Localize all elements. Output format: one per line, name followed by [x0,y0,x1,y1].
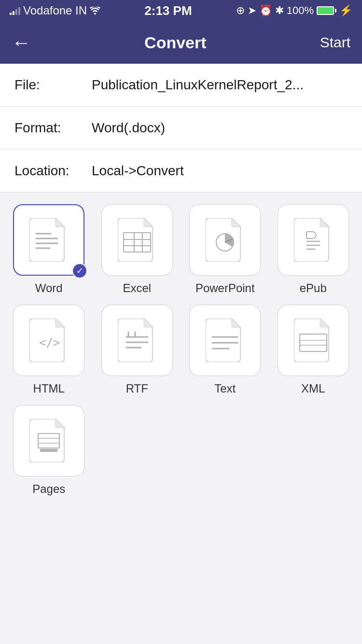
format-item-epub[interactable]: ePub [274,204,353,295]
alarm-icon: ⏰ [259,4,272,17]
format-row: Format: Word(.docx) [0,107,362,150]
svg-text:</>: </> [39,336,60,350]
selected-checkmark: ✓ [72,263,87,279]
format-name-powerpoint: PowerPoint [195,281,255,295]
format-name-excel: Excel [123,281,151,295]
format-item-html[interactable]: </> HTML [10,305,88,395]
format-name-xml: XML [301,382,325,395]
lock-icon: ⊕ [236,4,245,17]
status-time: 2:13 PM [144,3,192,18]
back-button[interactable]: ← [12,32,31,54]
bluetooth-icon: ✱ [275,4,284,17]
status-right: ⊕ ➤ ⏰ ✱ 100% ⚡ [236,4,352,17]
info-section: File: Publication_LinuxKernelReport_2...… [0,64,362,193]
format-item-powerpoint[interactable]: PowerPoint [186,204,265,295]
format-item-xml[interactable]: XML [274,305,353,395]
format-grid: ✓Word Excel PowerPoint ePub </> HTML [0,193,362,507]
carrier-label: Vodafone IN [23,4,87,17]
format-icon-html: </> [13,305,84,376]
location-icon: ➤ [248,4,256,17]
format-name-word: Word [35,281,63,295]
format-icon-excel [101,204,173,276]
svg-rect-29 [40,449,57,452]
format-item-text[interactable]: Text [186,305,265,395]
start-button[interactable]: Start [320,34,350,51]
status-bar: Vodafone IN 2:13 PM ⊕ ➤ ⏰ ✱ 100% ⚡ [0,0,362,21]
format-icon-text [189,305,261,376]
signal-icon [10,6,20,15]
format-icon-powerpoint [189,204,261,276]
status-left: Vodafone IN [10,4,100,17]
file-label: File: [14,77,92,93]
format-name-text: Text [214,382,236,395]
format-icon-word: ✓ [13,204,84,276]
nav-title: Convert [144,33,206,52]
format-item-rtf[interactable]: RTF [98,305,177,395]
file-value: Publication_LinuxKernelReport_2... [92,77,348,93]
file-row: File: Publication_LinuxKernelReport_2... [0,64,362,107]
format-label: Format: [14,120,92,136]
format-name-pages: Pages [32,482,65,496]
format-value: Word(.docx) [92,120,348,136]
format-name-rtf: RTF [126,382,148,395]
location-value: Local->Convert [92,163,348,179]
format-icon-xml [278,305,349,376]
nav-bar: ← Convert Start [0,21,362,64]
format-icon-pages [13,405,84,476]
format-icon-epub [278,204,349,276]
wifi-icon [90,4,100,17]
battery-percent: 100% [287,4,314,17]
location-row: Location: Local->Convert [0,150,362,193]
format-item-word[interactable]: ✓Word [10,204,88,295]
format-item-excel[interactable]: Excel [98,204,177,295]
format-name-epub: ePub [300,281,327,295]
format-name-html: HTML [33,382,65,395]
format-icon-rtf [101,305,173,376]
charging-icon: ⚡ [339,4,352,17]
format-item-pages[interactable]: Pages [10,405,88,496]
location-label: Location: [14,163,92,179]
battery-indicator [317,6,336,15]
